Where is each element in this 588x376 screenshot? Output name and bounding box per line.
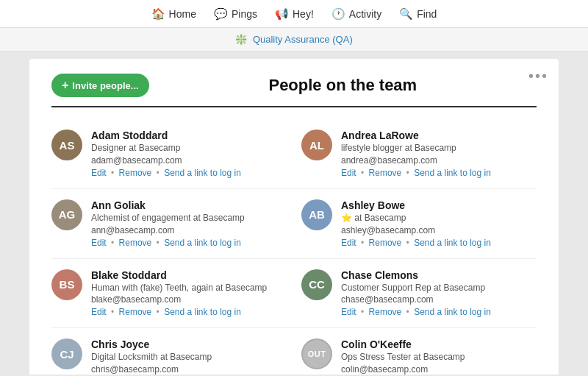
find-icon: 🔍: [399, 7, 413, 21]
send-link[interactable]: Send a link to log in: [164, 168, 241, 178]
avatar: AL: [301, 130, 332, 160]
person-title: Designer at Basecamp: [91, 142, 279, 155]
person-name: Blake Stoddard: [91, 269, 279, 281]
pings-icon: 💬: [214, 7, 228, 21]
person-row: AG Ann Goliak Alchemist of engagement at…: [51, 189, 294, 259]
edit-link[interactable]: Edit: [341, 307, 356, 317]
breadcrumb-link[interactable]: ❇️ Quality Assurance (QA): [235, 34, 352, 45]
send-link[interactable]: Send a link to log in: [164, 307, 241, 317]
main-wrapper: ••• + Invite people... People on the tea…: [0, 52, 588, 375]
nav-home[interactable]: 🏠 Home: [144, 3, 204, 25]
person-info: Blake Stoddard Human with (fake) Teeth, …: [91, 269, 279, 318]
person-email: andrea@basecamp.com: [341, 155, 531, 166]
person-row: AB Ashley Bowe ⭐ at Basecamp ashley@base…: [294, 189, 537, 259]
remove-link[interactable]: Remove: [119, 238, 152, 248]
person-info: Colin O'Keeffe Ops Stress Tester at Base…: [341, 338, 531, 375]
person-email: blake@basecamp.com: [91, 294, 279, 305]
person-title: Alchemist of engagement at Basecamp: [91, 212, 279, 224]
person-row: CC Chase Clemons Customer Support Rep at…: [294, 259, 537, 329]
breadcrumb-bar: ❇️ Quality Assurance (QA): [0, 28, 588, 52]
person-title: ⭐ at Basecamp: [341, 212, 531, 224]
breadcrumb-label: Quality Assurance (QA): [253, 34, 353, 45]
edit-link[interactable]: Edit: [91, 307, 107, 317]
page-header: + Invite people... People on the team: [51, 74, 537, 107]
person-email: colin@basecamp.com: [341, 364, 531, 375]
avatar: CC: [301, 269, 332, 300]
person-row: CJ Chris Joyce Digital Locksmith at Base…: [51, 328, 294, 375]
person-info: Adam Stoddard Designer at Basecamp adam@…: [91, 130, 279, 178]
person-info: Chase Clemons Customer Support Rep at Ba…: [341, 269, 531, 318]
send-link[interactable]: Send a link to log in: [164, 238, 241, 248]
avatar: CJ: [51, 338, 82, 369]
nav-activity[interactable]: 🕐 Activity: [324, 3, 389, 25]
edit-link[interactable]: Edit: [341, 238, 356, 248]
person-name: Colin O'Keeffe: [341, 338, 531, 350]
hey-icon: 📢: [275, 7, 289, 21]
person-info: Ann Goliak Alchemist of engagement at Ba…: [91, 199, 279, 248]
card-menu-button[interactable]: •••: [528, 68, 548, 85]
person-row: BS Blake Stoddard Human with (fake) Teet…: [51, 259, 294, 329]
remove-link[interactable]: Remove: [369, 307, 402, 317]
edit-link[interactable]: Edit: [341, 168, 356, 178]
nav-find-label: Find: [417, 8, 437, 20]
person-actions: Edit • Remove • Send a link to log in: [341, 238, 531, 248]
activity-icon: 🕐: [331, 7, 345, 21]
remove-link[interactable]: Remove: [369, 238, 402, 248]
person-title: Digital Locksmith at Basecamp: [91, 351, 279, 363]
breadcrumb-icon: ❇️: [235, 34, 247, 45]
person-info: Andrea LaRowe lifestyle blogger at Basec…: [341, 130, 531, 178]
nav-home-label: Home: [169, 8, 196, 20]
person-actions: Edit • Remove • Send a link to log in: [91, 307, 279, 317]
avatar: OUT: [301, 338, 332, 369]
remove-link[interactable]: Remove: [119, 307, 152, 317]
content-card: ••• + Invite people... People on the tea…: [29, 59, 559, 375]
nav-activity-label: Activity: [349, 8, 381, 20]
person-actions: Edit • Remove • Send a link to log in: [341, 307, 531, 317]
remove-link[interactable]: Remove: [369, 168, 402, 178]
people-grid: AS Adam Stoddard Designer at Basecamp ad…: [51, 119, 537, 375]
nav-hey-label: Hey!: [293, 8, 314, 20]
person-name: Chris Joyce: [91, 338, 279, 350]
send-link[interactable]: Send a link to log in: [414, 168, 491, 178]
invite-people-button[interactable]: + Invite people...: [51, 74, 149, 97]
person-email: chase@basecamp.com: [341, 294, 531, 305]
person-actions: Edit • Remove • Send a link to log in: [91, 238, 279, 248]
send-link[interactable]: Send a link to log in: [414, 307, 491, 317]
person-row: AL Andrea LaRowe lifestyle blogger at Ba…: [294, 119, 537, 189]
person-actions: Edit • Remove • Send a link to log in: [341, 168, 531, 178]
person-title: Ops Stress Tester at Basecamp: [341, 351, 531, 363]
invite-btn-label: Invite people...: [72, 80, 138, 91]
person-title: Customer Support Rep at Basecamp: [341, 282, 531, 294]
person-email: ann@basecamp.com: [91, 225, 279, 235]
nav-pings-label: Pings: [232, 8, 257, 20]
avatar: BS: [51, 269, 82, 300]
top-nav: 🏠 Home 💬 Pings 📢 Hey! 🕐 Activity 🔍 Find: [0, 0, 588, 28]
person-row: OUT Colin O'Keeffe Ops Stress Tester at …: [294, 328, 537, 375]
edit-link[interactable]: Edit: [91, 238, 107, 248]
person-row: AS Adam Stoddard Designer at Basecamp ad…: [51, 119, 294, 189]
person-info: Ashley Bowe ⭐ at Basecamp ashley@basecam…: [341, 199, 531, 248]
person-email: chris@basecamp.com: [91, 364, 279, 375]
person-info: Chris Joyce Digital Locksmith at Basecam…: [91, 338, 279, 375]
remove-link[interactable]: Remove: [119, 168, 152, 178]
person-name: Chase Clemons: [341, 269, 531, 281]
person-actions: Edit • Remove • Send a link to log in: [91, 168, 279, 178]
home-icon: 🏠: [151, 7, 165, 21]
avatar: AB: [301, 199, 332, 230]
nav-find[interactable]: 🔍 Find: [392, 3, 444, 25]
edit-link[interactable]: Edit: [91, 168, 107, 178]
avatar: AS: [51, 130, 82, 160]
avatar: AG: [51, 199, 82, 230]
person-title: lifestyle blogger at Basecamp: [341, 142, 531, 155]
person-email: ashley@basecamp.com: [341, 225, 531, 235]
person-title: Human with (fake) Teeth, again at Baseca…: [91, 282, 279, 294]
person-name: Ann Goliak: [91, 199, 279, 211]
person-name: Andrea LaRowe: [341, 130, 531, 141]
page-title: People on the team: [149, 76, 537, 95]
nav-hey[interactable]: 📢 Hey!: [268, 3, 321, 25]
plus-icon: +: [62, 79, 68, 92]
nav-pings[interactable]: 💬 Pings: [207, 3, 265, 25]
person-name: Ashley Bowe: [341, 199, 531, 211]
person-name: Adam Stoddard: [91, 130, 279, 141]
send-link[interactable]: Send a link to log in: [414, 238, 491, 248]
